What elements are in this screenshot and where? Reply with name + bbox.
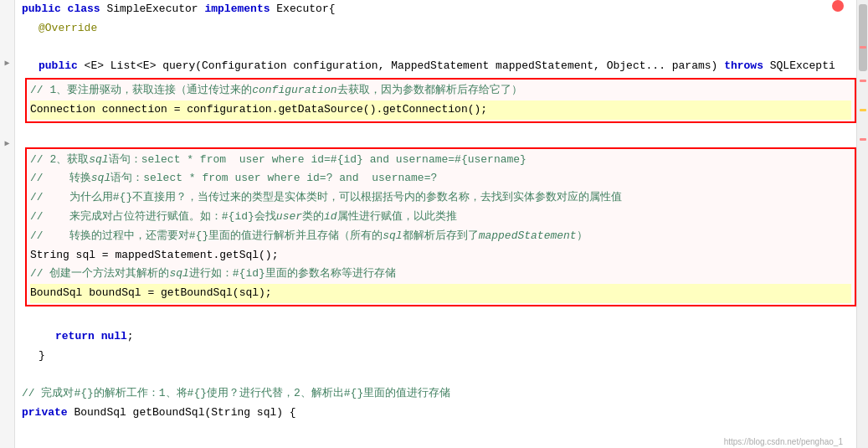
- highlight-block-1: // 1、要注册驱动，获取连接（通过传过来的configuration去获取，因…: [25, 78, 856, 123]
- comment-6: // 转换的过程中，还需要对#{}里面的值进行解析并且存储（所有的sql都解析后…: [30, 229, 588, 242]
- code-area[interactable]: public class SimpleExecutor implements E…: [15, 0, 856, 448]
- code-line-13: // 转换的过程中，还需要对#{}里面的值进行解析并且存储（所有的sql都解析后…: [30, 227, 851, 246]
- comment-2: // 2、获取sql语句：select * from user where id…: [30, 153, 526, 166]
- gutter-icon-2: ▶: [2, 137, 13, 149]
- code-line-18: return null;: [55, 327, 856, 347]
- code-line-4: public <E> List<E> query(Configuration c…: [39, 57, 856, 76]
- code-line-17: [22, 308, 856, 327]
- watermark: https://blog.csdn.net/penghao_1: [724, 437, 843, 446]
- code-line-21: // 完成对#{}的解析工作：1、将#{}使用？进行代替，2、解析出#{}里面的…: [22, 384, 856, 404]
- scrollbar-marker-4: [860, 138, 866, 141]
- code-line-22: private BoundSql getBoundSql(String sql)…: [22, 404, 856, 423]
- interface-name: Executor{: [276, 3, 335, 15]
- code-line-2: @Override: [39, 19, 856, 39]
- keyword-return: return: [55, 330, 95, 342]
- code-line-7: [22, 125, 856, 144]
- keyword-implements: implements: [204, 3, 270, 15]
- code-line-11: // 为什么用#{}不直接用？，当传过来的类型是实体类时，可以根据括号内的参数名…: [30, 188, 851, 208]
- code-line-19: }: [39, 347, 856, 366]
- gutter-icon-3: [2, 201, 13, 213]
- scrollbar-thumb[interactable]: [859, 4, 867, 71]
- code-line-3: [22, 39, 856, 58]
- comment-1: // 1、要注册驱动，获取连接（通过传过来的configuration去获取，因…: [30, 84, 522, 96]
- code-line-14: String sql = mappedStatement.getSql();: [30, 246, 851, 265]
- comment-4: // 为什么用#{}不直接用？，当传过来的类型是实体类时，可以根据括号内的参数名…: [30, 191, 622, 203]
- code-line-5: // 1、要注册驱动，获取连接（通过传过来的configuration去获取，因…: [30, 81, 851, 100]
- code-line-9: // 2、获取sql语句：select * from user where id…: [30, 151, 851, 170]
- code-line-6: Connection connection = configuration.ge…: [30, 100, 851, 120]
- scrollbar-marker-3: [860, 109, 866, 111]
- code-line-20: [22, 365, 856, 384]
- class-name: SimpleExecutor: [106, 3, 198, 15]
- override-annotation: @Override: [39, 22, 97, 34]
- keyword-public: public class: [22, 3, 100, 15]
- main-area: public class SimpleExecutor implements E…: [15, 0, 868, 448]
- code-line-16: BoundSql boundSql = getBoundSql(sql);: [30, 284, 851, 303]
- keyword-private: private: [22, 406, 68, 419]
- keyword-throws: throws: [724, 59, 763, 72]
- arrow-icon: ←: [72, 445, 85, 448]
- comment-7: // 创建一个方法对其解析的sql进行如：#{id}里面的参数名称等进行存储: [30, 267, 396, 280]
- scrollbar-marker-1: [860, 46, 866, 49]
- gutter-icon-1: ▶: [2, 57, 13, 69]
- keyword-public2: public: [39, 59, 78, 72]
- code-line-15: // 创建一个方法对其解析的sql进行如：#{id}里面的参数名称等进行存储: [30, 265, 851, 284]
- comment-8: // 完成对#{}的解析工作：1、将#{}使用？进行代替，2、解析出#{}里面的…: [22, 387, 450, 399]
- highlight-block-2: // 2、获取sql语句：select * from user where id…: [25, 147, 856, 306]
- scrollbar-marker-2: [860, 80, 866, 82]
- code-content: public class SimpleExecutor implements E…: [15, 0, 856, 448]
- comment-5: // 来完成对占位符进行赋值。如：#{id}会找user类的id属性进行赋值，以…: [30, 210, 457, 223]
- code-line-12: // 来完成对占位符进行赋值。如：#{id}会找user类的id属性进行赋值，以…: [30, 208, 851, 227]
- left-gutter: ▶ ▶: [0, 0, 15, 448]
- close-button[interactable]: [832, 0, 844, 12]
- comment-3: // 转换sql语句：select * from user where id=?…: [30, 172, 437, 184]
- code-line-1: public class SimpleExecutor implements E…: [22, 0, 856, 19]
- keyword-null: null: [101, 330, 127, 342]
- code-line-10: // 转换sql语句：select * from user where id=?…: [30, 169, 851, 188]
- right-scrollbar[interactable]: [856, 0, 868, 448]
- gutter-icon-4: [2, 265, 13, 276]
